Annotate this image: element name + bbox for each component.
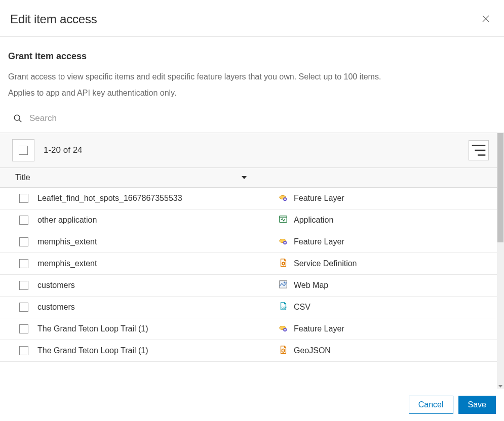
search-icon <box>13 114 22 123</box>
cancel-button[interactable]: Cancel <box>409 396 453 414</box>
intro-text-1: Grant access to view specific items and … <box>8 69 494 85</box>
sort-descending-icon <box>241 175 247 181</box>
scrollbar-thumb[interactable] <box>497 133 503 242</box>
svg-text:CSV: CSV <box>282 307 287 309</box>
search-row <box>0 101 504 133</box>
close-icon <box>482 15 490 23</box>
intro-section: Grant item access Grant access to view s… <box>0 37 504 101</box>
table-row: memphis_extentFeature Layer <box>0 231 497 253</box>
row-type: Feature Layer <box>266 323 344 334</box>
feature-layer-icon <box>279 236 288 247</box>
row-title: The Grand Teton Loop Trail (1) <box>37 346 266 355</box>
geojson-icon <box>279 345 288 356</box>
dialog-footer: Cancel Save <box>0 389 504 421</box>
row-type-label: Service Definition <box>294 259 357 268</box>
row-title: other application <box>37 216 266 225</box>
row-title: Leaflet_find_hot_spots_1667867355533 <box>37 194 266 203</box>
row-type: Service Definition <box>266 258 357 269</box>
row-type: Web Map <box>266 280 328 291</box>
filter-button[interactable] <box>469 140 489 160</box>
row-type: Feature Layer <box>266 193 344 204</box>
svg-point-10 <box>284 282 286 284</box>
feature-layer-icon <box>279 193 288 204</box>
row-type-label: GeoJSON <box>294 346 331 355</box>
row-title: customers <box>37 281 266 290</box>
feature-layer-icon <box>279 323 288 334</box>
dialog-header: Edit item access <box>0 0 504 37</box>
row-title: memphis_extent <box>37 237 266 246</box>
row-checkbox[interactable] <box>19 216 28 225</box>
row-type: CSVCSV <box>266 302 311 313</box>
application-icon <box>279 215 288 226</box>
row-checkbox[interactable] <box>19 237 28 246</box>
filter-icon <box>469 141 488 160</box>
dialog-title: Edit item access <box>10 12 97 26</box>
row-type: Application <box>266 215 333 226</box>
row-checkbox[interactable] <box>19 303 28 312</box>
row-type: GeoJSON <box>266 345 331 356</box>
row-checkbox[interactable] <box>19 259 28 268</box>
save-button[interactable]: Save <box>458 396 496 414</box>
row-type-label: Web Map <box>294 281 328 290</box>
row-type-label: Feature Layer <box>294 194 344 203</box>
table-body: Leaflet_find_hot_spots_1667867355533Feat… <box>0 188 497 362</box>
row-type: Feature Layer <box>266 236 344 247</box>
row-type-label: Application <box>294 216 333 225</box>
intro-text-2: Applies to app and API key authenticatio… <box>8 85 494 101</box>
intro-heading: Grant item access <box>8 51 494 62</box>
svg-point-0 <box>14 115 20 120</box>
svg-rect-14 <box>284 329 286 330</box>
row-checkbox[interactable] <box>19 194 28 203</box>
row-title: The Grand Teton Loop Trail (1) <box>37 324 266 333</box>
row-checkbox[interactable] <box>19 324 28 333</box>
scrollbar[interactable] <box>497 133 504 389</box>
table-toolbar: 1-20 of 24 <box>0 133 497 167</box>
row-title: customers <box>37 303 266 312</box>
column-header-title-label: Title <box>15 173 30 182</box>
search-input[interactable] <box>29 113 494 123</box>
table-row: customersWeb Map <box>0 275 497 297</box>
close-button[interactable] <box>480 13 492 26</box>
row-type-label: Feature Layer <box>294 324 344 333</box>
select-all-wrapper <box>12 139 34 161</box>
row-checkbox[interactable] <box>19 281 28 290</box>
row-title: memphis_extent <box>37 259 266 268</box>
svg-point-8 <box>282 263 285 265</box>
table-row: customersCSVCSV <box>0 297 497 318</box>
table-row: The Grand Teton Loop Trail (1)Feature La… <box>0 318 497 340</box>
web-map-icon <box>279 280 288 291</box>
svg-rect-3 <box>284 198 286 200</box>
service-definition-icon <box>279 258 288 269</box>
scrollbar-down-arrow[interactable] <box>497 383 504 389</box>
select-all-checkbox[interactable] <box>19 146 28 155</box>
svg-rect-7 <box>284 242 286 243</box>
table-area: 1-20 of 24 Title Leaflet_find_hot_spots_… <box>0 133 504 389</box>
csv-icon: CSV <box>279 302 288 313</box>
table-row: Leaflet_find_hot_spots_1667867355533Feat… <box>0 188 497 209</box>
row-type-label: CSV <box>294 303 311 312</box>
pagination-range: 1-20 of 24 <box>44 145 83 155</box>
table-row: memphis_extentService Definition <box>0 253 497 275</box>
row-type-label: Feature Layer <box>294 237 344 246</box>
table-header: Title <box>0 167 497 188</box>
table-row: other applicationApplication <box>0 209 497 231</box>
column-header-title[interactable]: Title <box>15 173 256 182</box>
svg-rect-4 <box>280 216 287 223</box>
table-row: The Grand Teton Loop Trail (1)GeoJSON <box>0 340 497 362</box>
row-checkbox[interactable] <box>19 346 28 355</box>
